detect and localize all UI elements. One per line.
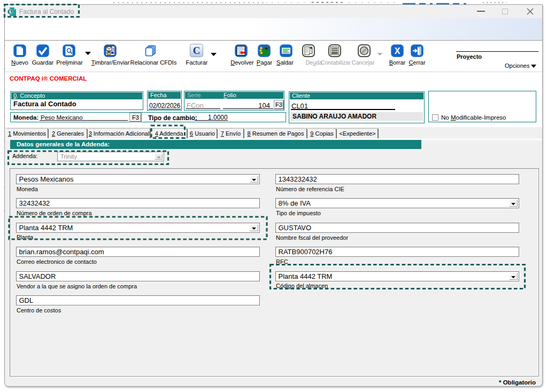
svg-text:C: C (193, 45, 201, 56)
svg-text:$: $ (9, 9, 11, 14)
svg-text:X: X (395, 46, 400, 56)
